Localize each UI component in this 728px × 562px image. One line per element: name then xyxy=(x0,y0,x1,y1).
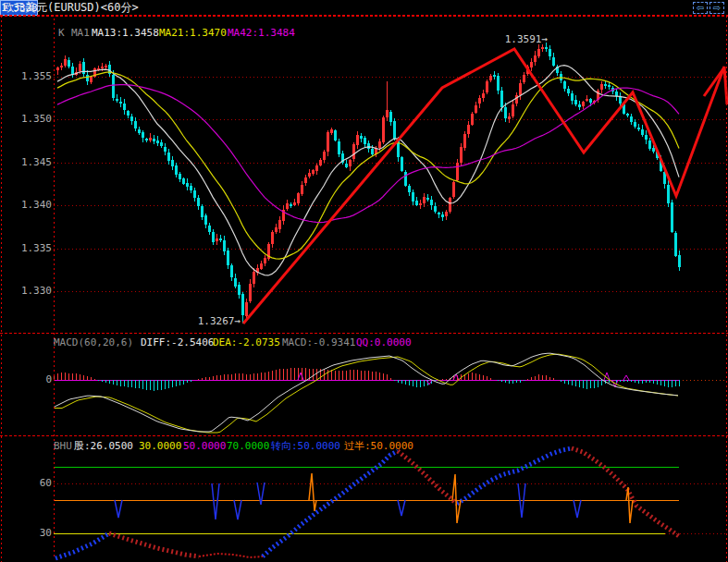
candle-body xyxy=(674,233,677,256)
legend-ma1: MA1 xyxy=(71,27,90,39)
bhu-curve-flat xyxy=(199,554,263,557)
candle-body xyxy=(105,66,107,67)
legend-bhu-gu: 股:26.0500 xyxy=(74,440,133,452)
candle-body xyxy=(671,202,673,232)
app-window: 欧元美元(EURUSD)<60分> ⇦ ⇨ K MA1 MA13:1.3458 … xyxy=(0,0,728,562)
candle-body xyxy=(678,255,681,267)
legend-bhu-half: 过半:50.0000 xyxy=(344,440,413,452)
candle-body xyxy=(119,102,122,104)
legend-ma13: MA13:1.3458 xyxy=(92,27,159,39)
candle-body xyxy=(641,129,644,136)
high-annotation: 1.3591→ xyxy=(463,33,548,45)
legend-ma21: MA21:1.3470 xyxy=(159,27,227,39)
legend-bhu-30: 30.0000 xyxy=(139,440,181,452)
bhu-curve-blue xyxy=(457,448,572,504)
candle-body xyxy=(445,212,448,216)
candle-body xyxy=(286,203,289,210)
candle-body xyxy=(193,190,196,198)
candle-body xyxy=(219,238,222,240)
candle-body xyxy=(493,75,496,77)
price-tick: 1.350 xyxy=(13,113,52,125)
bhu-orange-spike xyxy=(309,473,316,511)
candle-body xyxy=(467,125,470,135)
candle-body xyxy=(86,75,89,82)
candle-body xyxy=(549,49,551,56)
candle-body xyxy=(204,215,207,224)
candle-body xyxy=(356,135,359,145)
candle-body xyxy=(271,232,274,243)
candle-body xyxy=(171,160,174,166)
candle-body xyxy=(497,76,500,92)
candle-body xyxy=(545,47,548,49)
candle-body xyxy=(386,110,389,117)
candle-body xyxy=(60,66,63,67)
candle-body xyxy=(160,142,163,146)
candle-body xyxy=(68,60,70,67)
candle-body xyxy=(349,160,352,166)
candle-body xyxy=(253,272,255,283)
candle-body xyxy=(278,220,281,229)
bhu-curve-red xyxy=(109,533,199,556)
candle-body xyxy=(260,263,263,269)
candle-body xyxy=(130,116,133,121)
candle-body xyxy=(500,91,503,107)
candle-body xyxy=(301,185,303,195)
candle-body xyxy=(504,107,507,118)
bhu-curve-red xyxy=(398,451,457,504)
candle-body xyxy=(667,185,670,203)
candle-body xyxy=(249,284,252,301)
candle-body xyxy=(456,163,459,180)
candle-body xyxy=(486,81,488,92)
scroll-left-button[interactable]: ⇦ xyxy=(693,2,708,14)
candle-body xyxy=(586,99,588,101)
candle-body xyxy=(537,49,540,56)
candle-body xyxy=(134,121,137,128)
candle-body xyxy=(153,139,155,141)
candle-body xyxy=(212,232,215,242)
candle-body xyxy=(408,186,411,192)
candle-body xyxy=(101,67,104,68)
candle-body xyxy=(463,134,466,149)
candle-body xyxy=(478,98,481,104)
candle-body xyxy=(138,129,141,133)
candle-body xyxy=(515,95,518,104)
candle-body xyxy=(308,173,311,177)
legend-bhu-50: 50.0000 xyxy=(183,440,226,452)
candle-body xyxy=(404,172,407,186)
candle-body xyxy=(230,265,233,277)
candle-body xyxy=(645,135,648,140)
price-tick: 1.335 xyxy=(13,242,52,254)
macd-diff-line xyxy=(54,353,678,432)
candle-body xyxy=(382,117,385,142)
candle-body xyxy=(245,302,248,316)
candle-body xyxy=(56,67,59,70)
bhu-blue-spike xyxy=(257,483,265,505)
macd-zero-tick: 0 xyxy=(13,373,52,385)
candle-body xyxy=(360,136,363,139)
legend-macd-params: MACD(60,20,6) xyxy=(54,336,133,348)
candle-body xyxy=(563,81,566,88)
scroll-right-button[interactable]: ⇨ xyxy=(709,2,724,14)
candle-body xyxy=(489,76,492,80)
candle-body xyxy=(345,164,348,167)
arrow-left-icon: ⇦ xyxy=(697,3,704,13)
legend-bhu: BHU xyxy=(54,440,72,452)
candle-body xyxy=(186,183,189,187)
candle-body xyxy=(145,139,148,140)
candle-body xyxy=(175,165,178,175)
candle-body xyxy=(441,214,444,216)
candle-body xyxy=(534,55,537,62)
candle-body xyxy=(182,178,185,183)
bhu-blue-spike xyxy=(212,483,219,519)
legend-diff: DIFF:-2.5406 xyxy=(141,336,214,348)
price-tick: 1.330 xyxy=(13,285,52,297)
candle-body xyxy=(419,203,422,205)
candle-body xyxy=(626,114,629,116)
candle-body xyxy=(389,112,392,122)
candle-body xyxy=(223,240,226,251)
candle-body xyxy=(364,138,366,143)
candle-body xyxy=(552,57,555,66)
candle-body xyxy=(216,238,218,241)
chart-canvas[interactable] xyxy=(0,0,728,562)
candle-body xyxy=(434,206,437,212)
